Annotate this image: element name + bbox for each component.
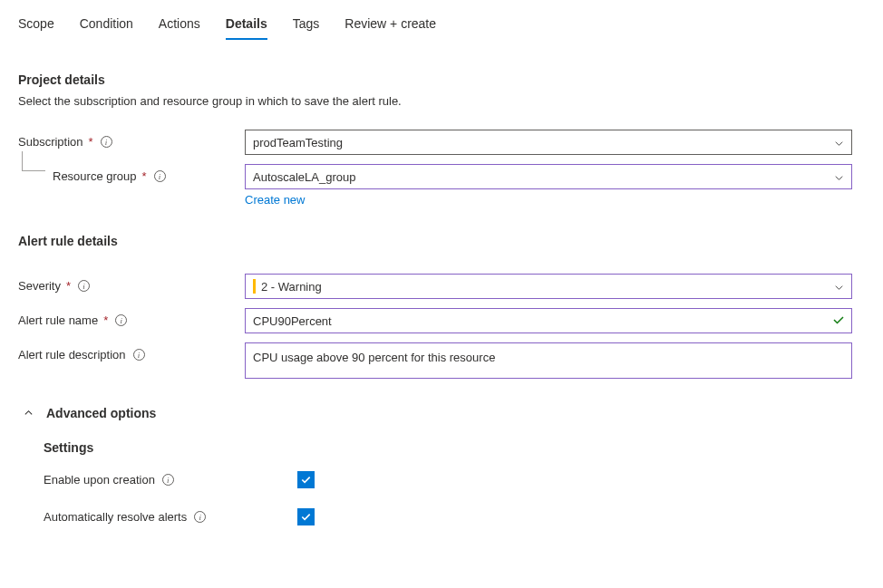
alert-rule-details-section: Alert rule details Severity * i 2 - Warn… (18, 234, 865, 379)
severity-select[interactable]: 2 - Warning (245, 274, 852, 299)
auto-resolve-checkbox[interactable] (297, 508, 315, 525)
settings-heading: Settings (44, 440, 865, 455)
info-icon[interactable]: i (133, 349, 145, 361)
required-indicator: * (142, 169, 147, 183)
advanced-options-toggle[interactable]: Advanced options (24, 406, 865, 420)
tab-actions[interactable]: Actions (159, 16, 200, 40)
subscription-select[interactable]: prodTeamTesting (245, 130, 852, 155)
create-new-link[interactable]: Create new (245, 193, 852, 207)
advanced-options-heading: Advanced options (46, 406, 156, 420)
chevron-up-icon (24, 409, 34, 419)
settings-section: Settings Enable upon creation i Automati… (44, 440, 865, 525)
indent-line (22, 151, 45, 171)
tab-bar: Scope Condition Actions Details Tags Rev… (18, 16, 865, 40)
enable-upon-creation-label: Enable upon creation i (44, 473, 297, 487)
tab-review[interactable]: Review + create (344, 16, 436, 40)
tab-details[interactable]: Details (226, 16, 267, 40)
alert-rule-name-label: Alert rule name * i (18, 308, 245, 327)
subscription-label: Subscription * i (18, 130, 245, 149)
info-icon[interactable]: i (194, 511, 206, 523)
required-indicator: * (66, 279, 71, 293)
info-icon[interactable]: i (101, 136, 112, 148)
alert-rule-name-field[interactable] (253, 314, 844, 328)
required-indicator: * (89, 135, 93, 149)
subscription-value: prodTeamTesting (253, 136, 343, 149)
alert-rule-description-field[interactable] (253, 351, 844, 371)
auto-resolve-label: Automatically resolve alerts i (44, 510, 297, 524)
info-icon[interactable]: i (78, 280, 90, 292)
tab-tags[interactable]: Tags (293, 16, 320, 40)
resource-group-value: AutoscaleLA_group (253, 170, 355, 184)
enable-upon-creation-checkbox[interactable] (297, 471, 315, 488)
info-icon[interactable]: i (162, 474, 174, 486)
checkmark-icon (832, 313, 845, 329)
resource-group-select[interactable]: AutoscaleLA_group (245, 164, 852, 189)
tab-scope[interactable]: Scope (18, 16, 54, 40)
chevron-down-icon (834, 282, 844, 292)
required-indicator: * (103, 313, 108, 327)
alert-rule-description-input[interactable] (245, 342, 852, 379)
severity-label: Severity * i (18, 274, 245, 293)
info-icon[interactable]: i (154, 170, 166, 182)
alert-rule-description-label: Alert rule description i (18, 342, 245, 361)
project-details-heading: Project details (18, 72, 865, 87)
severity-color-bar (253, 279, 256, 294)
tab-condition[interactable]: Condition (80, 16, 133, 40)
alert-rule-name-input[interactable] (245, 308, 852, 333)
info-icon[interactable]: i (115, 314, 127, 326)
project-details-section: Project details Select the subscription … (18, 72, 865, 207)
alert-rule-details-heading: Alert rule details (18, 234, 865, 248)
chevron-down-icon (834, 172, 844, 182)
resource-group-label: Resource group * i (18, 164, 245, 183)
chevron-down-icon (834, 138, 844, 148)
severity-value: 2 - Warning (261, 280, 322, 294)
project-details-description: Select the subscription and resource gro… (18, 94, 865, 108)
